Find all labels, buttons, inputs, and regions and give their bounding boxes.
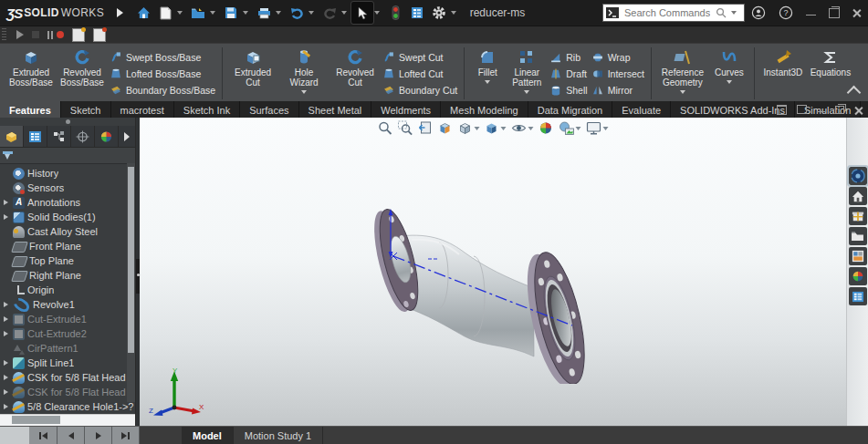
undo-dropdown-icon[interactable] <box>309 11 314 15</box>
open-button[interactable] <box>187 2 209 24</box>
fillet-button[interactable]: Fillet <box>469 46 506 86</box>
dropdown-icon[interactable] <box>528 127 534 130</box>
configuration-manager-tab[interactable] <box>47 126 71 147</box>
expand-arrow-icon[interactable] <box>2 331 10 336</box>
options-dropdown-icon[interactable] <box>451 11 456 15</box>
tree-item-cut-extrude2[interactable]: Cut-Extrude2 <box>0 326 135 341</box>
stop-macro-icon[interactable] <box>32 31 39 38</box>
dimxpert-manager-tab[interactable] <box>71 126 95 147</box>
custom-properties-button[interactable] <box>849 287 867 305</box>
scrollbar-thumb[interactable] <box>12 416 60 424</box>
expand-arrow-icon[interactable] <box>2 214 10 220</box>
draft-button[interactable]: Draft <box>548 66 589 81</box>
tab-macrotest[interactable]: macrotest <box>111 101 174 118</box>
section-view-button[interactable] <box>437 119 455 137</box>
tab-scroll-prev-button[interactable] <box>58 427 85 444</box>
display-manager-tab[interactable] <box>95 126 119 147</box>
select-dropdown-icon[interactable] <box>374 11 380 15</box>
run-macro-icon[interactable] <box>16 30 24 39</box>
tab-sketch-ink[interactable]: Sketch Ink <box>174 101 240 118</box>
hole-wizard-dropdown-icon[interactable] <box>301 90 307 94</box>
tree-item-revolve1[interactable]: Revolve1 <box>0 297 135 312</box>
rib-button[interactable]: Rib <box>548 49 589 65</box>
minimize-button[interactable] <box>806 10 816 15</box>
pause-macro-icon[interactable] <box>47 31 64 39</box>
equations-button[interactable]: Equations <box>807 46 854 79</box>
tree-item-csk-hole2[interactable]: CSK for 5/8 Flat Head M <box>0 385 135 399</box>
tree-item-history[interactable]: History <box>0 166 135 181</box>
new-dropdown-icon[interactable] <box>177 11 183 15</box>
apply-scene-button[interactable] <box>558 119 582 137</box>
tab-mesh-modeling[interactable]: Mesh Modeling <box>441 101 528 118</box>
help-icon[interactable]: ? <box>779 5 793 20</box>
panel-expand-button[interactable] <box>119 126 135 147</box>
tree-item-sensors[interactable]: Sensors <box>0 181 135 195</box>
view-settings-button[interactable] <box>585 119 610 137</box>
appearances-scenes-button[interactable] <box>849 267 867 285</box>
tree-item-annotations[interactable]: Annotations <box>0 195 135 210</box>
doc-minimize-icon[interactable] <box>817 111 825 112</box>
edit-appearance-button[interactable] <box>538 119 555 137</box>
previous-view-button[interactable] <box>417 119 434 137</box>
tree-item-front-plane[interactable]: Front Plane <box>0 239 135 253</box>
new-document-button[interactable] <box>154 2 176 24</box>
expand-arrow-icon[interactable] <box>2 302 10 307</box>
open-dropdown-icon[interactable] <box>210 11 215 15</box>
redo-button[interactable] <box>319 2 340 24</box>
tab-data-migration[interactable]: Data Migration <box>528 101 613 118</box>
expand-arrow-icon[interactable] <box>2 389 10 395</box>
3dexperience-button[interactable] <box>849 167 867 185</box>
boundary-cut-button[interactable]: Boundary Cut <box>381 82 459 98</box>
reference-geometry-dropdown-icon[interactable] <box>680 90 685 94</box>
select-button[interactable] <box>351 2 373 24</box>
dropdown-icon[interactable] <box>501 127 507 130</box>
model-tab[interactable]: Model <box>182 427 234 444</box>
reducer-3d-model[interactable] <box>348 201 622 384</box>
search-icon[interactable] <box>716 7 727 18</box>
record-macro-icon[interactable] <box>57 31 64 38</box>
wrap-button[interactable]: Wrap <box>590 49 646 65</box>
feature-manager-tab[interactable] <box>0 126 24 147</box>
menu-flyout-icon[interactable] <box>117 8 123 17</box>
dropdown-icon[interactable] <box>475 127 480 130</box>
view-palette-button[interactable] <box>849 247 867 265</box>
shell-button[interactable]: Shell <box>548 82 589 98</box>
display-settings-button[interactable] <box>406 2 428 24</box>
tree-item-cirpattern1[interactable]: CirPattern1 <box>0 341 135 356</box>
tree-item-top-plane[interactable]: Top Plane <box>0 253 135 268</box>
rebuild-button[interactable] <box>384 2 406 24</box>
hole-wizard-button[interactable]: Hole Wizard <box>278 46 329 96</box>
home-button[interactable] <box>132 2 154 24</box>
tab-scroll-last-button[interactable] <box>112 427 140 444</box>
doc-restore-icon[interactable] <box>835 106 844 114</box>
instant3d-button[interactable]: Instant3D <box>759 46 807 79</box>
tree-vertical-scrollbar[interactable] <box>127 163 135 402</box>
expand-arrow-icon[interactable] <box>2 316 10 322</box>
linear-pattern-button[interactable]: Linear Pattern <box>506 46 548 96</box>
motion-study-1-tab[interactable]: Motion Study 1 <box>234 427 323 444</box>
reference-geometry-button[interactable]: Reference Geometry <box>656 46 709 96</box>
zoom-to-fit-button[interactable] <box>377 119 394 137</box>
zoom-to-area-button[interactable] <box>397 119 414 137</box>
revolved-boss-base-button[interactable]: Revolved Boss/Base <box>57 46 108 89</box>
close-button[interactable] <box>852 8 863 18</box>
tree-item-csk-hole1[interactable]: CSK for 5/8 Flat Head M <box>0 370 135 385</box>
curves-button[interactable]: Curves <box>709 46 749 86</box>
curves-dropdown-icon[interactable] <box>727 80 732 84</box>
swept-boss-base-button[interactable]: Swept Boss/Base <box>108 49 217 65</box>
panel-grip-handle[interactable] <box>0 118 135 126</box>
tab-sketch[interactable]: Sketch <box>61 101 111 118</box>
tab-evaluate[interactable]: Evaluate <box>612 101 671 118</box>
expand-arrow-icon[interactable] <box>2 404 10 409</box>
intersect-button[interactable]: Intersect <box>590 66 646 81</box>
tab-weldments[interactable]: Weldments <box>371 101 441 118</box>
new-macro-icon[interactable] <box>72 28 85 42</box>
lofted-boss-base-button[interactable]: Lofted Boss/Base <box>108 66 217 81</box>
extruded-boss-base-button[interactable]: Extruded Boss/Base <box>5 46 57 89</box>
file-explorer-button[interactable] <box>849 227 867 245</box>
tab-scroll-next-button[interactable] <box>85 427 112 444</box>
linear-pattern-dropdown-icon[interactable] <box>524 90 529 94</box>
tree-item-right-plane[interactable]: Right Plane <box>0 268 135 283</box>
lofted-cut-button[interactable]: Lofted Cut <box>381 66 459 81</box>
dropdown-icon[interactable] <box>576 127 581 130</box>
